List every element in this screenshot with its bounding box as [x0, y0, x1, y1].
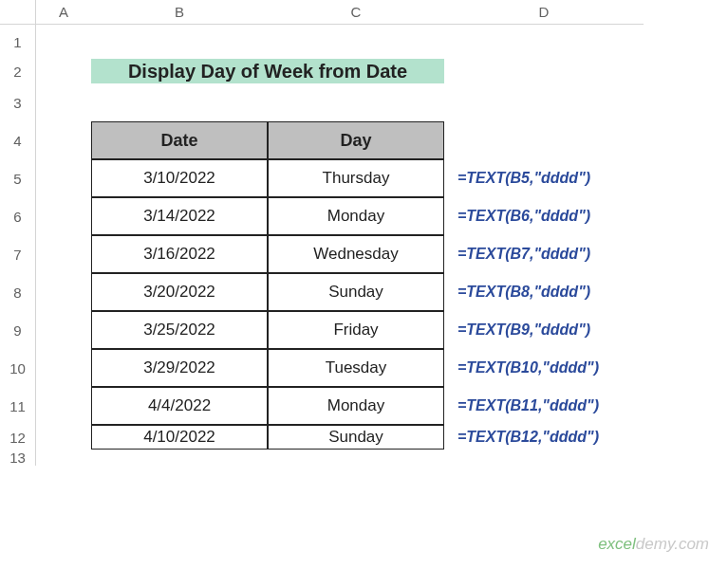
- row-header-1[interactable]: 1: [0, 25, 36, 59]
- table-header-date[interactable]: Date: [91, 121, 268, 159]
- cell-A6[interactable]: [36, 197, 91, 235]
- cell-date[interactable]: 4/4/2022: [91, 387, 268, 425]
- cell-D4[interactable]: [444, 121, 644, 159]
- cell-D1[interactable]: [444, 25, 644, 59]
- cell-formula[interactable]: =TEXT(B12,"dddd"): [444, 425, 644, 450]
- row-header-6[interactable]: 6: [0, 197, 36, 235]
- row-header-12[interactable]: 12: [0, 425, 36, 450]
- row-header-10[interactable]: 10: [0, 349, 36, 387]
- cell-formula[interactable]: =TEXT(B10,"dddd"): [444, 349, 644, 387]
- cell-day[interactable]: Sunday: [268, 273, 444, 311]
- cell-formula[interactable]: =TEXT(B11,"dddd"): [444, 387, 644, 425]
- cell-D13[interactable]: [444, 450, 644, 466]
- cell-A11[interactable]: [36, 387, 91, 425]
- cell-A10[interactable]: [36, 349, 91, 387]
- col-header-B[interactable]: B: [91, 0, 268, 25]
- spreadsheet-grid: A B C D 1 2 Display Day of Week from Dat…: [0, 0, 728, 466]
- watermark-part2: demy: [636, 535, 674, 553]
- cell-A5[interactable]: [36, 159, 91, 197]
- cell-A1[interactable]: [36, 25, 91, 59]
- cell-B13[interactable]: [91, 450, 268, 466]
- watermark-part1: excel: [598, 535, 636, 553]
- col-header-A[interactable]: A: [36, 0, 91, 25]
- cell-day[interactable]: Monday: [268, 387, 444, 425]
- row-header-11[interactable]: 11: [0, 387, 36, 425]
- cell-A2[interactable]: [36, 59, 91, 83]
- cell-A13[interactable]: [36, 450, 91, 466]
- cell-formula[interactable]: =TEXT(B9,"dddd"): [444, 311, 644, 349]
- cell-A3[interactable]: [36, 83, 91, 121]
- cell-A8[interactable]: [36, 273, 91, 311]
- cell-C1[interactable]: [268, 25, 444, 59]
- cell-formula[interactable]: =TEXT(B7,"dddd"): [444, 235, 644, 273]
- cell-date[interactable]: 3/20/2022: [91, 273, 268, 311]
- cell-C3[interactable]: [268, 83, 444, 121]
- watermark-suffix: .com: [674, 535, 709, 553]
- cell-B1[interactable]: [91, 25, 268, 59]
- row-header-13[interactable]: 13: [0, 450, 36, 466]
- cell-A7[interactable]: [36, 235, 91, 273]
- table-header-day[interactable]: Day: [268, 121, 444, 159]
- cell-date[interactable]: 4/10/2022: [91, 425, 268, 450]
- row-header-8[interactable]: 8: [0, 273, 36, 311]
- cell-A9[interactable]: [36, 311, 91, 349]
- row-header-3[interactable]: 3: [0, 83, 36, 121]
- row-header-2[interactable]: 2: [0, 59, 36, 83]
- row-header-5[interactable]: 5: [0, 159, 36, 197]
- cell-day[interactable]: Tuesday: [268, 349, 444, 387]
- col-header-D[interactable]: D: [444, 0, 644, 25]
- cell-day[interactable]: Friday: [268, 311, 444, 349]
- cell-date[interactable]: 3/16/2022: [91, 235, 268, 273]
- cell-A4[interactable]: [36, 121, 91, 159]
- cell-D2[interactable]: [444, 59, 644, 83]
- cell-formula[interactable]: =TEXT(B5,"dddd"): [444, 159, 644, 197]
- watermark: exceldemy.com: [598, 535, 709, 554]
- cell-B3[interactable]: [91, 83, 268, 121]
- cell-D3[interactable]: [444, 83, 644, 121]
- cell-formula[interactable]: =TEXT(B8,"dddd"): [444, 273, 644, 311]
- cell-date[interactable]: 3/25/2022: [91, 311, 268, 349]
- cell-C13[interactable]: [268, 450, 444, 466]
- page-title[interactable]: Display Day of Week from Date: [91, 59, 444, 83]
- row-header-9[interactable]: 9: [0, 311, 36, 349]
- cell-date[interactable]: 3/14/2022: [91, 197, 268, 235]
- grid-corner: [0, 0, 36, 25]
- cell-date[interactable]: 3/10/2022: [91, 159, 268, 197]
- cell-day[interactable]: Thursday: [268, 159, 444, 197]
- cell-day[interactable]: Wednesday: [268, 235, 444, 273]
- row-header-4[interactable]: 4: [0, 121, 36, 159]
- cell-day[interactable]: Monday: [268, 197, 444, 235]
- cell-A12[interactable]: [36, 425, 91, 450]
- row-header-7[interactable]: 7: [0, 235, 36, 273]
- col-header-C[interactable]: C: [268, 0, 444, 25]
- cell-formula[interactable]: =TEXT(B6,"dddd"): [444, 197, 644, 235]
- cell-date[interactable]: 3/29/2022: [91, 349, 268, 387]
- cell-day[interactable]: Sunday: [268, 425, 444, 450]
